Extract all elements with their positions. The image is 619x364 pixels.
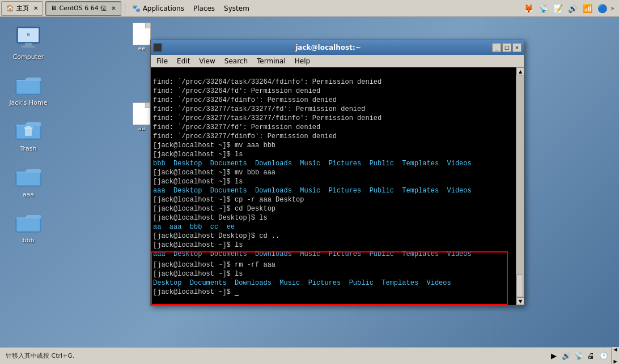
terminal-window: jack@localhost:~ _ □ × File Edit View Se…	[150, 40, 524, 306]
scroll-thumb[interactable]	[516, 275, 523, 297]
desktop-icons-left: 🖥 Computer jack's Home	[6, 23, 51, 246]
menu-terminal[interactable]: Terminal	[253, 55, 289, 67]
tab-centos-label: CentOS 6 64 位	[59, 4, 107, 12]
aaa-folder-icon	[15, 162, 42, 190]
desktop-icon-aaa[interactable]: aaa	[6, 160, 51, 200]
tray-volume-icon[interactable]: 🔊	[566, 2, 579, 15]
tab-home-label: 主页	[16, 4, 29, 12]
svg-text:🖥: 🖥	[26, 32, 31, 37]
tray-bluetooth-icon[interactable]: 🔵	[596, 2, 608, 15]
desktop-icon-trash[interactable]: Trash	[6, 114, 51, 155]
computer-icon: 🖥	[15, 25, 42, 52]
tray-network2-icon[interactable]: 📶	[581, 2, 593, 15]
expand-icon[interactable]: »	[610, 5, 614, 12]
taskbar-right-tray: 🦊 📡 📝 🔊 📶 🔵 »	[522, 2, 619, 15]
tray-speaker-icon[interactable]: 🔊	[561, 350, 572, 362]
menu-search[interactable]: Search	[221, 55, 251, 67]
menu-places[interactable]: Places	[189, 0, 219, 17]
svg-rect-6	[17, 81, 40, 93]
scroll-track[interactable]	[516, 75, 524, 297]
home-label: jack's Home	[10, 99, 48, 106]
menu-edit[interactable]: Edit	[173, 55, 193, 67]
separator	[125, 3, 125, 14]
svg-rect-3	[22, 46, 35, 48]
menu-applications-label: Applications	[143, 5, 184, 12]
desktop-icon-computer[interactable]: 🖥 Computer	[6, 23, 51, 63]
bottom-scroll[interactable]: ◀ ▶	[611, 347, 619, 364]
tab-centos[interactable]: 🖥 CentOS 6 64 位 ✕	[45, 1, 121, 16]
tray-network3-icon[interactable]: 📡	[573, 350, 584, 362]
scroll-up-button[interactable]: ▲	[516, 67, 524, 75]
menu-places-label: Places	[193, 5, 215, 12]
svg-rect-11	[26, 126, 31, 127]
tray-firefox-icon[interactable]: 🦊	[522, 2, 535, 15]
menu-system-label: System	[224, 5, 249, 12]
home-folder-icon	[15, 71, 42, 98]
aaa-label: aaa	[23, 191, 34, 198]
aa-file-img	[133, 102, 151, 125]
close-icon[interactable]: ✕	[33, 5, 38, 11]
menu-view[interactable]: View	[196, 55, 218, 67]
menu-file[interactable]: File	[153, 55, 171, 67]
window-controls: _ □ ×	[492, 43, 522, 52]
ee-file-img	[133, 23, 151, 45]
svg-rect-9	[25, 128, 32, 136]
svg-rect-13	[17, 173, 40, 185]
desktop-icon-bbb[interactable]: bbb	[6, 206, 51, 246]
terminal-content: find: `/proc/33264/task/33264/fdinfo': P…	[153, 68, 514, 268]
menu-system[interactable]: System	[219, 0, 254, 17]
desktop-icon-home[interactable]: jack's Home	[6, 68, 51, 109]
tray-print-icon[interactable]: 🖨	[586, 350, 597, 362]
trash-icon	[15, 117, 42, 144]
tray-edit-icon[interactable]: 📝	[552, 2, 564, 15]
terminal-title-icon	[153, 43, 162, 52]
svg-rect-2	[25, 43, 32, 46]
status-text: 针移入其中或按 Ctrl+G.	[2, 352, 78, 360]
trash-label: Trash	[20, 145, 36, 152]
minimize-button[interactable]: _	[492, 43, 501, 52]
terminal-highlighted: [jack@localhost ~]$ rm -rf aaa [jack@loc…	[153, 251, 451, 305]
maximize-button[interactable]: □	[502, 43, 511, 52]
bottom-tray: ▶ 🔊 📡 🖨 🕐 ⚡	[548, 350, 617, 362]
menu-applications[interactable]: 🐾 Applications	[128, 0, 189, 17]
tray-arrow-icon[interactable]: ▶	[548, 350, 559, 362]
svg-rect-15	[17, 219, 40, 231]
taskbar-bottom: 针移入其中或按 Ctrl+G. ▶ 🔊 📡 🖨 🕐 ⚡ ◀ ▶	[0, 347, 619, 364]
taskbar-top: 🏠 主页 ✕ 🖥 CentOS 6 64 位 ✕ 🐾 Applications …	[0, 0, 619, 17]
terminal-title: jack@localhost:~	[164, 44, 492, 52]
terminal-titlebar: jack@localhost:~ _ □ ×	[151, 40, 524, 55]
home-icon: 🏠	[6, 5, 14, 12]
desktop: 🏠 主页 ✕ 🖥 CentOS 6 64 位 ✕ 🐾 Applications …	[0, 0, 619, 364]
scroll-down-button[interactable]: ▼	[516, 297, 524, 305]
menu-icon: 🐾	[132, 5, 141, 12]
app-menu: 🐾 Applications Places System	[128, 0, 254, 17]
svg-rect-10	[24, 127, 33, 129]
computer-label: Computer	[13, 53, 44, 61]
close-centos-icon[interactable]: ✕	[111, 5, 116, 11]
tray-network-icon[interactable]: 📡	[537, 2, 549, 15]
menu-help[interactable]: Help	[291, 55, 313, 67]
terminal-menubar: File Edit View Search Terminal Help	[151, 55, 524, 67]
terminal-scrollbar: ▲ ▼	[516, 67, 524, 305]
ee-label: ee	[138, 45, 145, 52]
bbb-folder-icon	[15, 208, 42, 235]
aa-label: aa	[138, 125, 145, 131]
tab-home[interactable]: 🏠 主页 ✕	[1, 1, 43, 16]
close-button[interactable]: ×	[512, 43, 522, 52]
bbb-label: bbb	[23, 237, 35, 244]
terminal-inner: find: `/proc/33264/task/33264/fdinfo': P…	[151, 67, 524, 305]
tray-time-icon[interactable]: 🕐	[598, 350, 609, 362]
centos-icon: 🖥	[50, 5, 57, 12]
terminal-body[interactable]: find: `/proc/33264/task/33264/fdinfo': P…	[151, 67, 516, 305]
